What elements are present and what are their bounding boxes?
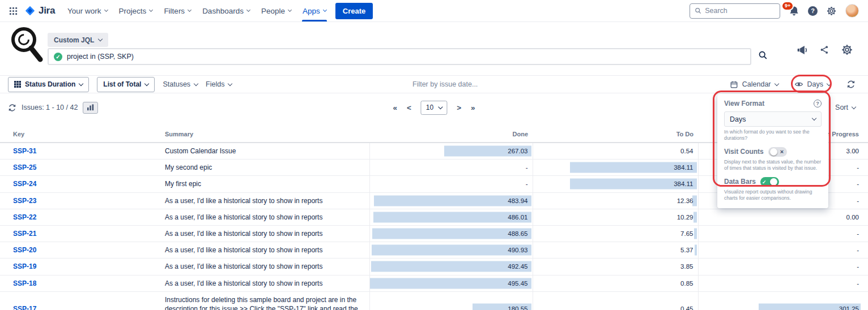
data-bars-toggle[interactable] xyxy=(760,177,779,187)
done-value: - xyxy=(526,180,528,187)
chevron-down-icon xyxy=(852,104,856,109)
help-icon[interactable] xyxy=(808,6,818,16)
issue-key-link[interactable]: SSP-21 xyxy=(13,230,36,238)
jql-input[interactable] xyxy=(67,53,745,61)
next-page-button[interactable] xyxy=(457,104,461,112)
visit-counts-toggle[interactable] xyxy=(768,147,787,157)
toolbar-right-group: Calendar Days xyxy=(730,80,860,89)
last-page-button[interactable] xyxy=(471,104,475,112)
sync-button[interactable] xyxy=(846,80,856,89)
announcements-button[interactable] xyxy=(796,44,808,56)
chart-view-button[interactable] xyxy=(83,102,98,114)
view-mode-dropdown[interactable]: List of Total xyxy=(97,77,155,92)
table-row: SSP-18 As a user, I'd like a historical … xyxy=(0,275,868,291)
issue-key-link[interactable]: SSP-18 xyxy=(13,279,36,287)
fields-dropdown[interactable]: Fields xyxy=(206,80,232,88)
issue-key-link[interactable]: SSP-31 xyxy=(13,147,36,155)
todo-cell: 7.65 xyxy=(533,225,698,242)
todo-cell: 384.11 xyxy=(533,176,698,192)
global-search-box[interactable] xyxy=(690,3,780,19)
in-progress-value: - xyxy=(857,280,859,287)
page-size-select[interactable]: 10 xyxy=(421,101,447,115)
report-settings-button[interactable] xyxy=(841,44,853,56)
format-help-text: In which format do you want to see the d… xyxy=(724,129,822,142)
issue-key-link[interactable]: SSP-17 xyxy=(13,305,36,310)
eye-icon xyxy=(794,80,803,89)
done-cell: 495.45 xyxy=(369,275,533,291)
done-value: 180.55 xyxy=(508,305,527,310)
run-query-button[interactable] xyxy=(758,50,768,60)
format-select[interactable]: Days xyxy=(724,111,822,127)
app-switcher-button[interactable] xyxy=(6,3,21,19)
column-header-summary[interactable]: Summary xyxy=(160,128,369,143)
issue-key-link[interactable]: SSP-19 xyxy=(13,262,36,270)
in-progress-cell: - xyxy=(698,275,868,291)
nav-item-people[interactable]: People xyxy=(256,0,297,21)
grid-icon xyxy=(14,81,21,88)
search-icon xyxy=(758,50,768,60)
in-progress-value: - xyxy=(857,247,859,253)
issue-key-link[interactable]: SSP-23 xyxy=(13,197,36,205)
first-page-button[interactable] xyxy=(393,104,397,112)
global-search-input[interactable] xyxy=(705,7,775,15)
issue-summary: As a user, I'd like a historical story t… xyxy=(160,242,369,259)
todo-cell: 12.36 xyxy=(533,192,698,209)
in-progress-value: - xyxy=(857,197,859,204)
chevron-down-icon xyxy=(774,81,778,85)
data-bars-help-text: Visualize report outputs without drawing… xyxy=(724,189,822,202)
issue-summary: As a user, I'd like a historical story t… xyxy=(160,275,369,291)
issue-summary: Instructions for deleting this sample bo… xyxy=(160,291,369,310)
issue-key-link[interactable]: SSP-24 xyxy=(13,180,36,188)
sort-dropdown[interactable]: Sort xyxy=(835,104,860,111)
date-filter-input[interactable] xyxy=(412,80,520,88)
column-header-done[interactable]: Done xyxy=(369,128,533,143)
data-bars-label: Data Bars xyxy=(724,178,756,186)
todo-value: 7.65 xyxy=(680,230,693,237)
sync-icon xyxy=(846,80,856,89)
refresh-button[interactable] xyxy=(8,104,16,112)
query-section: Custom JQL xyxy=(0,22,868,75)
settings-button[interactable] xyxy=(826,6,837,16)
nav-item-dashboards[interactable]: Dashboards xyxy=(197,0,256,21)
create-button[interactable]: Create xyxy=(335,3,373,19)
nav-item-apps[interactable]: Apps xyxy=(297,0,332,21)
nav-item-filters[interactable]: Filters xyxy=(158,0,197,21)
magnifier-logo-icon xyxy=(9,25,44,63)
todo-cell: 3.85 xyxy=(533,259,698,275)
jira-logo[interactable]: Jira xyxy=(21,5,62,16)
in-progress-cell: 0.00 xyxy=(698,209,868,225)
refresh-icon xyxy=(8,104,16,112)
jql-mode-dropdown[interactable]: Custom JQL xyxy=(48,33,108,47)
issue-key-link[interactable]: SSP-22 xyxy=(13,213,36,221)
nav-item-projects[interactable]: Projects xyxy=(113,0,159,21)
issue-key-link[interactable]: SSP-25 xyxy=(13,163,36,171)
todo-cell: 0.45 xyxy=(533,291,698,310)
issue-summary: My first epic xyxy=(160,176,369,192)
statuses-dropdown[interactable]: Statuses xyxy=(163,80,198,88)
todo-value: 0.45 xyxy=(680,305,693,310)
done-value: 267.03 xyxy=(508,148,527,154)
chevron-down-icon xyxy=(228,81,232,85)
todo-value: 0.54 xyxy=(680,148,693,154)
previous-page-button[interactable] xyxy=(407,104,411,112)
user-avatar[interactable] xyxy=(845,4,859,18)
panel-title: View Format xyxy=(724,100,764,107)
issue-key-link[interactable]: SSP-20 xyxy=(13,246,36,254)
in-progress-cell: - xyxy=(698,259,868,275)
issue-summary: As a user, I'd like a historical story t… xyxy=(160,225,369,242)
column-header-todo[interactable]: To Do xyxy=(533,128,698,143)
done-value: - xyxy=(526,164,528,171)
megaphone-icon xyxy=(796,44,808,56)
results-left-group: Issues: 1 - 10 / 42 xyxy=(8,102,98,114)
report-type-dropdown[interactable]: Status Duration xyxy=(8,77,89,92)
calendar-dropdown[interactable]: Calendar xyxy=(730,80,778,89)
in-progress-value: 301.25 xyxy=(839,305,859,310)
nav-item-your-work[interactable]: Your work xyxy=(62,0,113,21)
view-format-dropdown[interactable]: Days xyxy=(794,80,831,89)
share-button[interactable] xyxy=(819,45,829,55)
notifications-button[interactable]: 9+ xyxy=(789,6,799,16)
column-header-key[interactable]: Key xyxy=(0,128,160,143)
todo-value: 5.37 xyxy=(680,247,693,253)
help-circle-icon[interactable] xyxy=(814,100,822,107)
table-row: SSP-22 As a user, I'd like a historical … xyxy=(0,209,868,225)
